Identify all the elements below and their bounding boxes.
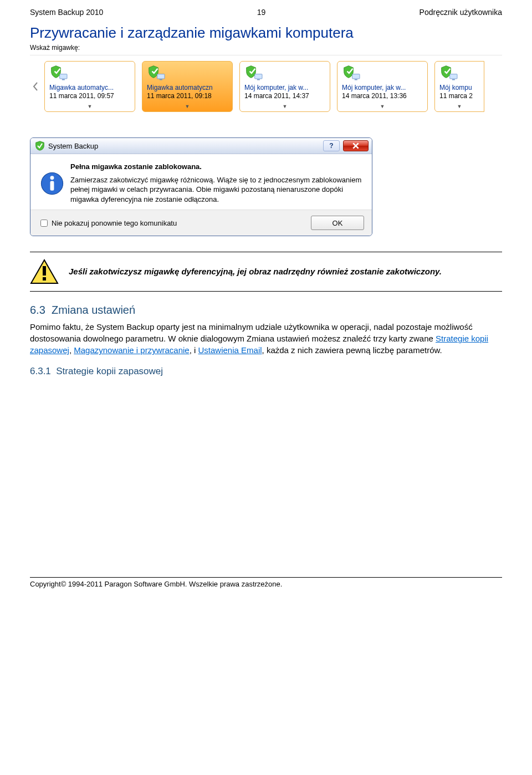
- header-page-number: 19: [257, 8, 266, 17]
- svg-rect-8: [450, 74, 457, 79]
- svg-rect-4: [255, 74, 262, 79]
- warning-text: Jeśli zakotwiczysz migawkę dyferencyjną,…: [69, 266, 442, 277]
- dialog-footer: Nie pokazuj ponownie tego komunikatu OK: [30, 210, 372, 236]
- snapshot-card-date: 14 marca 2011, 13:36: [342, 92, 423, 100]
- shield-monitor-icon: [147, 65, 166, 81]
- svg-rect-6: [352, 74, 360, 79]
- scroll-left-button[interactable]: [30, 59, 41, 114]
- dialog-heading: Pełna migawka zostanie zablokowana.: [70, 162, 363, 172]
- page-footer: Copyright© 1994-2011 Paragon Software Gm…: [0, 570, 532, 597]
- svg-rect-9: [452, 79, 455, 80]
- ok-button[interactable]: OK: [311, 216, 364, 230]
- snapshot-card[interactable]: Migawka automatyczn 11 marca 2011, 09:18…: [142, 61, 233, 112]
- footer-divider: [30, 577, 502, 578]
- svg-rect-0: [60, 74, 67, 79]
- body-text: , każda z nich zawiera pewną liczbę para…: [262, 345, 442, 355]
- expand-chevron-icon[interactable]: ▼: [49, 104, 130, 109]
- snapshot-cards: Migawka automatyc... 11 marca 2011, 09:5…: [41, 59, 484, 114]
- section-6-3-1-heading: 6.3.1 Strategie kopii zapasowej: [30, 366, 502, 377]
- snapshot-row: Migawka automatyc... 11 marca 2011, 09:5…: [30, 55, 502, 114]
- page-header: System Backup 2010 19 Podręcznik użytkow…: [0, 0, 532, 20]
- body-text: , i: [190, 345, 198, 355]
- help-button[interactable]: ?: [323, 140, 340, 151]
- dialog-body: Pełna migawka zostanie zablokowana. Zami…: [30, 154, 372, 210]
- shield-icon: [35, 141, 45, 151]
- snapshot-card-label: Migawka automatyc...: [49, 84, 130, 91]
- section-number: 6.3: [30, 304, 45, 316]
- svg-rect-1: [62, 79, 65, 80]
- warning-note: Jeśli zakotwiczysz migawkę dyferencyjną,…: [30, 259, 502, 284]
- svg-point-18: [50, 176, 54, 180]
- divider: [30, 291, 502, 292]
- expand-chevron-icon[interactable]: ▼: [244, 104, 325, 109]
- expand-chevron-icon[interactable]: ▼: [342, 104, 423, 109]
- warning-triangle-icon: [30, 259, 59, 284]
- snapshot-card[interactable]: Migawka automatyc... 11 marca 2011, 09:5…: [44, 61, 135, 112]
- dialog-text: Pełna migawka zostanie zablokowana. Zami…: [70, 162, 363, 204]
- dialog-titlebar: System Backup ?: [30, 138, 372, 154]
- svg-rect-20: [43, 266, 46, 276]
- snapshot-card-label: Mój kompu: [439, 84, 479, 91]
- close-icon: [352, 142, 360, 150]
- section-title: Strategie kopii zapasowej: [56, 366, 163, 376]
- snapshot-card-date: 11 marca 2: [439, 92, 479, 100]
- snapshot-card[interactable]: Mój komputer, jak w... 14 marca 2011, 13…: [337, 61, 428, 112]
- confirmation-dialog: System Backup ? Pełna migawka zostanie z…: [30, 137, 372, 236]
- snapshot-card-label: Migawka automatyczn: [147, 84, 228, 91]
- section-6-3-body: Pomimo faktu, że System Backup oparty je…: [30, 321, 502, 356]
- shield-monitor-icon: [342, 65, 361, 81]
- snapshot-card-date: 11 marca 2011, 09:57: [49, 92, 130, 100]
- copyright-text: Copyright© 1994-2011 Paragon Software Gm…: [30, 580, 282, 588]
- snapshot-card[interactable]: Mój komputer, jak w... 14 marca 2011, 14…: [239, 61, 330, 112]
- shield-monitor-icon: [244, 65, 263, 81]
- confirmation-dialog-screenshot: System Backup ? Pełna migawka zostanie z…: [30, 137, 502, 236]
- snapshot-card-date: 11 marca 2011, 09:18: [147, 92, 228, 100]
- snapshot-card-date: 14 marca 2011, 14:37: [244, 92, 325, 100]
- shield-monitor-icon: [49, 65, 68, 81]
- info-icon: [39, 163, 65, 204]
- svg-rect-2: [157, 74, 165, 79]
- svg-rect-21: [43, 277, 46, 281]
- snapshot-card[interactable]: Mój kompu 11 marca 2 ▼: [434, 61, 484, 112]
- svg-rect-3: [160, 79, 162, 80]
- dont-show-again-checkbox[interactable]: Nie pokazuj ponownie tego komunikatu: [38, 218, 177, 228]
- snapshot-card-label: Mój komputer, jak w...: [342, 84, 423, 91]
- dont-show-again-input[interactable]: [40, 220, 48, 227]
- chevron-left-icon: [33, 82, 38, 91]
- section-title: Zmiana ustawień: [52, 304, 135, 316]
- close-button[interactable]: [343, 140, 369, 151]
- snapshot-card-label: Mój komputer, jak w...: [244, 84, 325, 91]
- svg-rect-19: [50, 181, 54, 190]
- shield-monitor-icon: [439, 65, 458, 81]
- dialog-title: System Backup: [48, 142, 98, 150]
- svg-rect-5: [257, 79, 260, 80]
- body-text: Pomimo faktu, że System Backup oparty je…: [30, 322, 473, 343]
- snapshot-title: Przywracanie i zarządzanie migawkami kom…: [30, 24, 502, 42]
- expand-chevron-icon[interactable]: ▼: [147, 104, 228, 109]
- expand-chevron-icon[interactable]: ▼: [439, 104, 479, 109]
- checkbox-label: Nie pokazuj ponownie tego komunikatu: [52, 219, 177, 227]
- svg-rect-7: [355, 79, 357, 80]
- snapshot-subtitle: Wskaż migawkę:: [30, 44, 502, 52]
- header-right: Podręcznik użytkownika: [420, 8, 502, 17]
- header-left: System Backup 2010: [30, 8, 103, 17]
- body-text: ,: [69, 345, 74, 355]
- snapshot-manager-screenshot: Przywracanie i zarządzanie migawkami kom…: [30, 24, 502, 114]
- section-number: 6.3.1: [30, 366, 51, 376]
- link-storage-restore[interactable]: Magazynowanie i przywracanie: [74, 345, 189, 355]
- divider: [30, 252, 502, 252]
- dialog-message: Zamierzasz zakotwiczyć migawkę różnicową…: [70, 175, 363, 205]
- link-email-settings[interactable]: Ustawienia Email: [198, 345, 262, 355]
- section-6-3-heading: 6.3 Zmiana ustawień: [30, 304, 502, 317]
